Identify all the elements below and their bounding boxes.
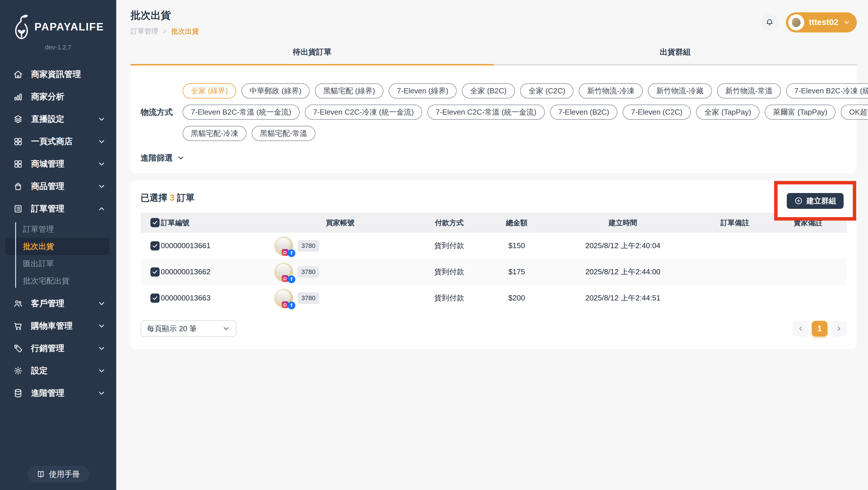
sidebar-item-settings[interactable]: 設定	[0, 359, 116, 382]
chevron-down-icon	[222, 324, 230, 333]
sidebar-item-order-management[interactable]: 訂單管理	[0, 198, 116, 220]
chevron-down-icon	[97, 182, 106, 191]
check-icon	[152, 269, 158, 275]
sidebar-item-mall-management[interactable]: 商城管理	[0, 153, 116, 175]
chevron-right-icon	[836, 325, 842, 332]
notifications-button[interactable]	[761, 13, 778, 31]
chevron-down-icon	[177, 154, 185, 162]
table-row: 000000013663 f 3780 貨到付款 $200 2025/8/12 …	[141, 285, 847, 311]
sidebar-item-merchant-info[interactable]: 商家資訊管理	[0, 63, 116, 86]
current-page-button[interactable]: 1	[812, 321, 828, 337]
breadcrumb-current: 批次出貨	[172, 27, 199, 36]
topbar: 批次出貨 訂單管理 批次出貨 tttest02	[116, 0, 868, 36]
submenu-item-export-orders[interactable]: 匯出訂單	[5, 255, 110, 272]
brand-name: PAPAYALIFE	[34, 21, 104, 33]
order-number: 000000013663	[161, 293, 270, 302]
header-order-number: 訂單編號	[161, 218, 270, 228]
facebook-icon: f	[288, 301, 296, 309]
chip-black-cat-ambient[interactable]: 黑貓宅配-常溫	[252, 126, 316, 141]
chip-family-mart-tappay[interactable]: 全家 (TapPay)	[696, 105, 760, 120]
chip-ok-mart-tappay[interactable]: OK超商 (TapPay)	[841, 105, 868, 120]
header-payment-method: 付款方式	[410, 218, 488, 228]
tab-bar: 待出貨訂單 出貨群組	[131, 47, 857, 65]
chip-hct-ambient[interactable]: 新竹物流-常溫	[717, 83, 781, 98]
next-page-button[interactable]	[831, 321, 847, 337]
row-checkbox[interactable]	[150, 293, 160, 303]
per-page-value: 每頁顯示 20 筆	[147, 324, 197, 334]
sidebar-item-product-management[interactable]: 商品管理	[0, 175, 116, 198]
grid-icon	[13, 159, 23, 169]
plus-circle-icon	[794, 197, 803, 205]
chevron-down-icon	[843, 19, 850, 26]
chip-black-cat-ecpay[interactable]: 黑貓宅配 (綠界)	[315, 83, 383, 98]
sidebar-item-one-page-store[interactable]: 一頁式商店	[0, 131, 116, 153]
buyer-id-badge: 3780	[298, 292, 319, 304]
chevron-down-icon	[97, 322, 106, 330]
order-number: 000000013661	[161, 241, 270, 250]
chip-7-eleven-c2c[interactable]: 7-Eleven (C2C)	[623, 105, 691, 120]
sidebar-item-customer-management[interactable]: 客戶管理	[0, 292, 116, 315]
chip-family-mart-ecpay[interactable]: 全家 (綠界)	[183, 83, 236, 98]
chip-black-cat-frozen[interactable]: 黑貓宅配-冷凍	[183, 126, 247, 141]
buyer-avatar: f	[274, 289, 293, 308]
sidebar-item-label: 設定	[31, 365, 48, 377]
bar-chart-icon	[13, 92, 23, 102]
prev-page-button[interactable]	[793, 321, 808, 337]
chip-hct-frozen[interactable]: 新竹物流-冷凍	[579, 83, 643, 98]
created-time: 2025/8/12 上午2:44:00	[546, 267, 701, 277]
chip-7-eleven-c2c-ambient-uni[interactable]: 7-Eleven C2C-常溫 (統一金流)	[427, 105, 545, 120]
chip-family-mart-c2c[interactable]: 全家 (C2C)	[520, 83, 574, 98]
chip-7-eleven-c2c-frozen-uni[interactable]: 7-Eleven C2C-冷凍 (統一金流)	[305, 105, 422, 120]
orders-table: 訂單編號 買家帳號 付款方式 總金額 建立時間 訂單備註 賣家備註 000000…	[141, 212, 847, 311]
tab-pending-shipments[interactable]: 待出貨訂單	[131, 47, 494, 65]
order-management-submenu: 訂單管理 批次出貨 匯出訂單 批次宅配出貨	[0, 220, 116, 292]
created-time: 2025/8/12 上午2:44:51	[546, 293, 701, 303]
select-all-checkbox[interactable]	[150, 218, 160, 227]
chip-7-eleven-ecpay[interactable]: 7-Eleven (綠界)	[389, 83, 457, 98]
tab-shipment-groups[interactable]: 出貨群組	[494, 47, 857, 65]
per-page-select[interactable]: 每頁顯示 20 筆	[141, 320, 237, 337]
sidebar-item-label: 行銷管理	[31, 343, 64, 354]
main-content: 批次出貨 訂單管理 批次出貨 tttest02 待出貨訂單 出貨群組 物流方式	[116, 0, 868, 490]
chip-7-eleven-b2c-frozen-uni[interactable]: 7-Eleven B2C-冷凍 (統一金流)	[786, 83, 868, 98]
advanced-filter-toggle[interactable]: 進階篩選	[141, 152, 185, 164]
table-row: 000000013662 f 3780 貨到付款 $175 2025/8/12 …	[141, 259, 847, 285]
check-icon	[152, 243, 158, 249]
chip-7-eleven-b2c[interactable]: 7-Eleven (B2C)	[550, 105, 618, 120]
header-order-note: 訂單備註	[701, 218, 769, 228]
create-group-button[interactable]: 建立群組	[787, 193, 844, 209]
header-total-amount: 總金額	[488, 218, 546, 228]
chip-hilife-tappay[interactable]: 萊爾富 (TapPay)	[765, 105, 836, 120]
row-checkbox[interactable]	[150, 267, 160, 277]
papaya-logo-icon	[13, 12, 30, 42]
row-checkbox[interactable]	[150, 241, 160, 251]
sidebar-item-advanced-management[interactable]: 進階管理	[0, 382, 116, 404]
gear-icon	[13, 366, 23, 376]
sidebar-item-merchant-analytics[interactable]: 商家分析	[0, 86, 116, 108]
sidebar-item-cart-management[interactable]: 購物車管理	[0, 315, 116, 337]
submenu-item-batch-home-delivery[interactable]: 批次宅配出貨	[5, 272, 110, 290]
chevron-down-icon	[97, 115, 106, 123]
chip-hct-chilled[interactable]: 新竹物流-冷藏	[648, 83, 712, 98]
submenu-item-order-management[interactable]: 訂單管理	[5, 221, 110, 238]
user-menu[interactable]: tttest02	[786, 12, 857, 32]
tag-icon	[13, 344, 23, 353]
chip-7-eleven-b2c-ambient-uni[interactable]: 7-Eleven B2C-常溫 (統一金流)	[183, 105, 300, 120]
chevron-down-icon	[97, 367, 106, 375]
bell-icon	[765, 18, 774, 27]
user-manual-button[interactable]: 使用手冊	[27, 466, 89, 483]
sidebar-item-label: 商家分析	[31, 91, 64, 103]
home-icon	[13, 69, 23, 79]
chip-chunghwa-post-ecpay[interactable]: 中華郵政 (綠界)	[241, 83, 310, 98]
table-footer: 每頁顯示 20 筆 1	[141, 320, 847, 337]
breadcrumb-parent[interactable]: 訂單管理	[131, 27, 158, 36]
submenu-item-batch-shipping[interactable]: 批次出貨	[5, 238, 110, 255]
sidebar-item-live-settings[interactable]: 直播設定	[0, 108, 116, 131]
buyer-id-badge: 3780	[298, 266, 319, 278]
check-icon	[152, 220, 158, 226]
payment-method: 貨到付款	[410, 267, 488, 277]
sidebar-item-marketing-management[interactable]: 行銷管理	[0, 337, 116, 359]
page-title: 批次出貨	[131, 9, 199, 22]
chip-family-mart-b2c[interactable]: 全家 (B2C)	[462, 83, 515, 98]
chevron-up-icon	[97, 204, 106, 213]
